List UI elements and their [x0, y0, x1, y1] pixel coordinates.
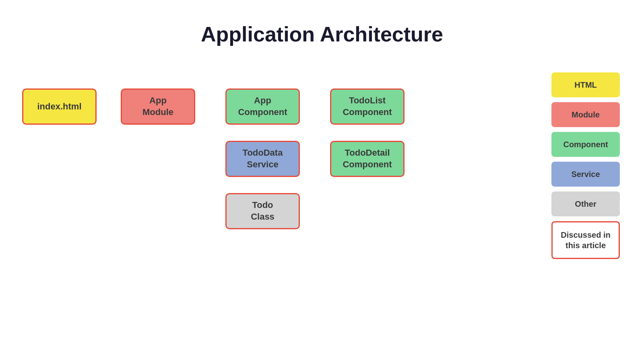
service-legend: Service	[551, 162, 620, 187]
index-html: index.html	[22, 88, 97, 125]
todo-class: TodoClass	[225, 193, 300, 229]
page-title: Application Architecture	[0, 0, 644, 54]
other-legend: Other	[551, 191, 620, 216]
todolist-component: TodoListComponent	[330, 88, 405, 125]
app-component: AppComponent	[225, 88, 300, 125]
tododata-service: TodoDataService	[225, 141, 300, 177]
module-legend: Module	[551, 102, 620, 127]
app-module: AppModule	[121, 88, 195, 125]
html-legend: HTML	[551, 72, 620, 97]
discussed-legend: Discussed inthis article	[551, 221, 620, 259]
legend: HTMLModuleComponentServiceOtherDiscussed…	[551, 72, 620, 259]
component-legend: Component	[551, 132, 620, 157]
tododetail-component: TodoDetailComponent	[330, 141, 405, 177]
diagram-area: index.htmlAppModuleAppComponentTodoListC…	[0, 64, 644, 362]
